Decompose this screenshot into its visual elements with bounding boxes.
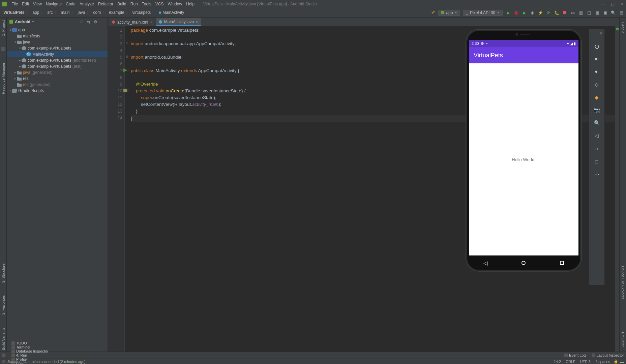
menu-vcs[interactable]: VCS [153, 2, 166, 6]
editor-tab-activity_main-xml[interactable]: activity_main.xml× [109, 18, 155, 26]
breadcrumb-com[interactable]: com [92, 10, 108, 15]
tool-database-inspector[interactable]: Database Inspector [11, 349, 48, 353]
android-home-button[interactable] [521, 261, 526, 265]
breadcrumb-app[interactable]: app [31, 10, 46, 15]
select-opened-file-icon[interactable]: ⊙ [80, 20, 84, 24]
avd-manager-button[interactable]: ▭ [570, 10, 575, 16]
breadcrumb-java[interactable]: java [77, 10, 92, 15]
tool-4--run[interactable]: 4: Run [11, 353, 48, 357]
build-variants-tab[interactable]: Build Variants [1, 326, 5, 352]
zoom-icon[interactable]: 🔍 [593, 119, 600, 127]
search-everywhere-button[interactable]: 🔍 [610, 10, 616, 16]
status-4-spaces[interactable]: 4 spaces [595, 360, 610, 364]
emulator-screen[interactable]: 2:30 ⚙ • ▾ ◢ ▮ VirtualPets Hello World! [469, 40, 578, 255]
resource-manager-button[interactable]: ◫ [586, 10, 592, 16]
tree-node-manifests[interactable]: manifests [7, 33, 108, 39]
volume-up-icon[interactable] [593, 55, 600, 63]
menu-edit[interactable]: Edit [20, 2, 31, 6]
breadcrumb-virtualpets[interactable]: virtualpets [131, 10, 158, 15]
device-selector[interactable]: Pixel 4 API 30 ▼ [463, 10, 503, 16]
hide-icon[interactable]: — [101, 20, 105, 24]
close-tab-icon[interactable]: × [196, 20, 198, 24]
menu-build[interactable]: Build [115, 2, 128, 6]
android-back-button[interactable]: ◁ [483, 260, 487, 266]
apply-changes-button[interactable]: ⚡ [538, 10, 543, 16]
home-icon[interactable]: ○ [593, 145, 600, 152]
favorites-tab[interactable]: 2: Favorites [1, 294, 5, 316]
gradle-tool-tab[interactable]: Gradle [621, 21, 625, 35]
device-manager-button[interactable]: ▣ [602, 10, 608, 16]
tree-node-res[interactable]: res (generated) [7, 82, 108, 88]
tool-todo[interactable]: TODO [11, 341, 48, 345]
structure-tool-icon[interactable] [1, 47, 5, 51]
minimize-icon[interactable]: — [601, 2, 605, 6]
error-stripe[interactable] [615, 26, 619, 352]
run-button[interactable]: ▶ [505, 10, 511, 16]
project-tool-tab[interactable]: 1: Project [1, 19, 5, 37]
breadcrumb-example[interactable]: example [108, 10, 131, 15]
project-view-selector[interactable]: Android [15, 20, 30, 24]
sync-gradle-icon[interactable]: ↶ [431, 10, 436, 16]
menu-help[interactable]: Help [184, 2, 197, 6]
sdk-manager-button[interactable]: ▥ [578, 10, 584, 16]
menu-run[interactable]: Run [128, 2, 140, 6]
project-tree[interactable]: appmanifestsjavacom.example.virtualpetsM… [7, 26, 108, 352]
menu-tools[interactable]: Tools [140, 2, 153, 6]
tree-node-com-example-virtualpets[interactable]: com.example.virtualpets (test) [7, 63, 108, 69]
emulator-close-icon[interactable]: ✕ [599, 31, 602, 36]
status-crlf[interactable]: CRLF [566, 360, 575, 364]
tree-node-gradle scripts[interactable]: Gradle Scripts [7, 88, 108, 94]
layout-inspector-button[interactable]: ▦ [594, 10, 600, 16]
menu-view[interactable]: View [31, 2, 44, 6]
maximize-icon[interactable]: ▢ [611, 2, 615, 6]
expand-all-icon[interactable]: ⇆ [87, 20, 90, 24]
status-utf-8[interactable]: UTF-8 [580, 360, 591, 364]
tree-node-com-example-virtualpets[interactable]: com.example.virtualpets (androidTest) [7, 57, 108, 63]
profiler-button[interactable]: ◉ [530, 10, 535, 16]
emulator-minimize-icon[interactable]: — [594, 31, 597, 36]
breadcrumb-main[interactable]: main [60, 10, 77, 15]
rotate-right-icon[interactable]: ◆ [593, 94, 600, 101]
fold-column[interactable]: ⊖⊖⊟⊟ [125, 26, 129, 352]
menu-window[interactable]: Window [166, 2, 184, 6]
debug-button[interactable]: 🐞 [513, 10, 519, 16]
resource-manager-tool-tab[interactable]: Resource Manager [1, 61, 5, 96]
stop-button[interactable] [562, 10, 567, 16]
structure-tab[interactable]: 2: Structure [1, 262, 5, 284]
menu-refactor[interactable]: Refactor [96, 2, 115, 6]
rotate-left-icon[interactable]: ◇ [593, 81, 600, 88]
tree-node-app[interactable]: app [7, 27, 108, 33]
menu-navigate[interactable]: Navigate [44, 2, 64, 6]
breadcrumb-src[interactable]: src [46, 10, 60, 15]
apply-code-button[interactable]: ⟳ [546, 10, 551, 16]
menu-analyze[interactable]: Analyze [78, 2, 96, 6]
run-config-selector[interactable]: app ▼ [438, 10, 460, 16]
settings-button[interactable]: ▤ [619, 10, 624, 16]
lock-icon[interactable]: 🔒 [614, 359, 618, 364]
tree-node-java[interactable]: java [7, 39, 108, 45]
device-file-explorer-tab[interactable]: Device File Explorer [621, 265, 625, 300]
memory-indicator-icon[interactable]: ▬ [620, 360, 624, 364]
tree-node-mainactivity[interactable]: MainActivity [7, 51, 108, 57]
tool-windows-icon[interactable] [2, 354, 5, 357]
breadcrumb-mainactivity[interactable]: MainActivity [157, 10, 187, 15]
close-tab-icon[interactable]: × [150, 20, 152, 24]
overview-icon[interactable]: □ [593, 158, 600, 165]
close-icon[interactable]: ✕ [621, 2, 624, 6]
breadcrumb-virtualpets[interactable]: VirtualPets [2, 10, 31, 15]
coverage-button[interactable]: ▶̲ [521, 10, 527, 16]
tree-node-java[interactable]: java (generated) [7, 69, 108, 75]
attach-debugger-button[interactable]: 🐛 [554, 10, 559, 16]
tree-node-com-example-virtualpets[interactable]: com.example.virtualpets [7, 45, 108, 51]
android-recents-button[interactable] [560, 261, 564, 265]
settings-gear-icon[interactable]: ⚙ [94, 20, 97, 24]
screenshot-icon[interactable]: 📷 [593, 107, 600, 114]
volume-down-icon[interactable] [593, 68, 600, 75]
power-icon[interactable]: ⏻ [593, 42, 600, 50]
tool-event-log[interactable]: Event Log [564, 353, 586, 357]
tool-terminal[interactable]: Terminal [11, 345, 48, 349]
tree-node-res[interactable]: res [7, 75, 108, 82]
editor-tab-mainactivity-java[interactable]: MainActivity.java× [156, 18, 201, 26]
menu-code[interactable]: Code [64, 2, 78, 6]
back-icon[interactable]: ◁ [593, 132, 600, 140]
